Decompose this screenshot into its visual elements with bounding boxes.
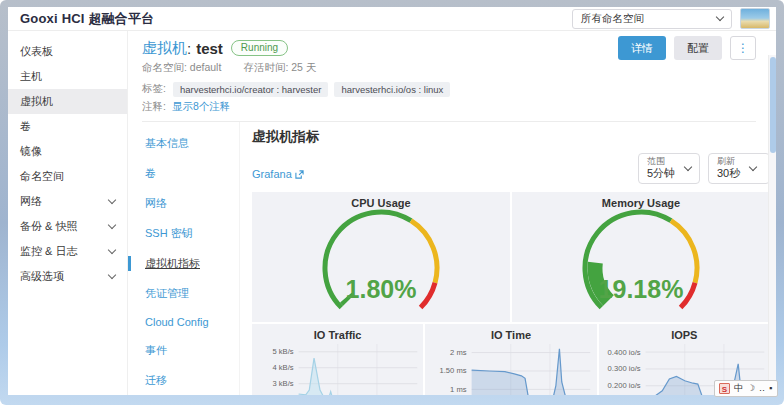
io-time-title: IO Time bbox=[425, 324, 596, 340]
chevron-down-icon bbox=[108, 221, 116, 229]
range-select-value: 5分钟 bbox=[647, 167, 675, 180]
label-chip: harvesterhci.io/os : linux bbox=[334, 82, 450, 97]
svg-text:1.50 ms: 1.50 ms bbox=[440, 367, 467, 376]
sidebar-item-label: 卷 bbox=[20, 119, 31, 134]
subnav-item[interactable]: 迁移 bbox=[128, 373, 239, 388]
labels-label: 标签: bbox=[142, 82, 166, 96]
subnav-item[interactable]: Cloud Config bbox=[128, 316, 239, 328]
subnav-item[interactable]: SSH 密钥 bbox=[128, 226, 239, 241]
sidebar-item[interactable]: 仪表板 bbox=[8, 39, 127, 64]
subnav-item[interactable]: 凭证管理 bbox=[128, 286, 239, 301]
sidebar-item-label: 虚拟机 bbox=[20, 94, 53, 109]
subnav-item[interactable]: 基本信息 bbox=[128, 136, 239, 151]
label-chip: harvesterhci.io/creator : harvester bbox=[173, 82, 329, 97]
sidebar-item-label: 主机 bbox=[20, 69, 42, 84]
svg-text:1.80%: 1.80% bbox=[346, 275, 417, 303]
memory-gauge-title: Memory Usage bbox=[512, 192, 770, 208]
io-time-card: IO Time 2 ms1.50 ms1 ms bbox=[425, 324, 596, 395]
details-button[interactable]: 详情 bbox=[618, 36, 666, 60]
chevron-down-icon bbox=[108, 246, 116, 254]
svg-text:0.400 io/s: 0.400 io/s bbox=[607, 348, 640, 357]
svg-text:0.300 io/s: 0.300 io/s bbox=[607, 364, 640, 373]
io-time-chart: 2 ms1.50 ms1 ms bbox=[425, 340, 596, 395]
ime-icon[interactable]: S bbox=[719, 383, 730, 394]
status-badge: Running bbox=[231, 40, 288, 56]
sidebar-item-label: 网络 bbox=[20, 194, 42, 209]
subnav-item-label: Cloud Config bbox=[145, 316, 209, 328]
subnav-item-label: 虚拟机指标 bbox=[145, 257, 200, 269]
cpu-gauge-title: CPU Usage bbox=[252, 192, 510, 208]
sidebar-item[interactable]: 网络 bbox=[8, 189, 127, 214]
title-colon: : bbox=[187, 40, 191, 57]
namespace-dropdown-value: 所有命名空间 bbox=[581, 12, 644, 26]
metrics-title: 虚拟机指标 bbox=[252, 128, 770, 146]
window-frame: Gooxi HCI 超融合平台 所有命名空间 仪表板 主机 bbox=[0, 0, 784, 405]
app-title: Gooxi HCI 超融合平台 bbox=[20, 10, 154, 28]
cpu-gauge-card: CPU Usage 1.80% bbox=[252, 192, 510, 322]
charts-grid: CPU Usage 1.80% Memory Usage 19.18% bbox=[252, 192, 770, 395]
subnav-item[interactable]: 事件 bbox=[128, 343, 239, 358]
svg-text:19.18%: 19.18% bbox=[599, 275, 684, 303]
svg-text:2 ms: 2 ms bbox=[450, 348, 467, 357]
sidebar-item[interactable]: 高级选项 bbox=[8, 264, 127, 289]
age-meta: 存活时间: 25 天 bbox=[243, 61, 316, 75]
range-select-label: 范围 bbox=[647, 156, 675, 167]
subnav-item-label: 凭证管理 bbox=[145, 287, 189, 299]
config-button[interactable]: 配置 bbox=[674, 36, 722, 60]
svg-text:5 kB/s: 5 kB/s bbox=[272, 347, 293, 356]
range-select[interactable]: 范围 5分钟 bbox=[638, 153, 700, 184]
memory-gauge-chart: 19.18% bbox=[512, 208, 770, 312]
kebab-menu-button[interactable]: ⋮ bbox=[730, 36, 756, 60]
sidebar-item-label: 镜像 bbox=[20, 144, 42, 159]
tag-list: harvesterhci.io/creator : harvesterharve… bbox=[173, 82, 450, 97]
svg-text:0.200 io/s: 0.200 io/s bbox=[607, 381, 640, 390]
subnav-item[interactable]: 卷 bbox=[128, 166, 239, 181]
sidebar-item-label: 监控 & 日志 bbox=[20, 244, 77, 259]
grafana-link-label: Grafana bbox=[252, 168, 292, 180]
sidebar-item[interactable]: 镜像 bbox=[8, 139, 127, 164]
metrics-panel: 虚拟机指标 Grafana bbox=[240, 122, 776, 395]
ime-icon[interactable]: ☽ bbox=[747, 384, 755, 393]
ime-icon[interactable]: 中 bbox=[734, 384, 743, 393]
vertical-scrollbar bbox=[768, 55, 776, 395]
sidebar-item-label: 高级选项 bbox=[20, 269, 64, 284]
subnav-item-label: 迁移 bbox=[145, 374, 167, 386]
subnav-item-label: 事件 bbox=[145, 344, 167, 356]
io-traffic-title: IO Traffic bbox=[252, 324, 423, 340]
sidebar-item[interactable]: 卷 bbox=[8, 114, 127, 139]
resource-type-link[interactable]: 虚拟机 bbox=[142, 39, 187, 58]
sidebar-item[interactable]: 主机 bbox=[8, 64, 127, 89]
chevron-down-icon bbox=[108, 271, 116, 279]
external-link-icon bbox=[295, 170, 304, 179]
sidebar-item-label: 备份 & 快照 bbox=[20, 219, 77, 234]
sidebar-item-label: 仪表板 bbox=[20, 44, 53, 59]
namespace-dropdown[interactable]: 所有命名空间 bbox=[572, 9, 732, 29]
svg-text:4 kB/s: 4 kB/s bbox=[272, 363, 293, 372]
sidebar-item[interactable]: 虚拟机 bbox=[8, 89, 127, 114]
ime-icon[interactable]: ‥ bbox=[759, 384, 765, 393]
sidebar-item[interactable]: 命名空间 bbox=[8, 164, 127, 189]
sidebar-item[interactable]: 监控 & 日志 bbox=[8, 239, 127, 264]
vm-name: test bbox=[196, 40, 223, 57]
user-avatar[interactable] bbox=[740, 8, 770, 29]
chevron-down-icon bbox=[749, 162, 757, 170]
detail-header: 虚拟机 : test Running 详情 配置 ⋮ 命名空间: default… bbox=[128, 31, 776, 122]
sidebar: 仪表板 主机 虚拟机 卷 镜像 命名空间 bbox=[8, 31, 128, 395]
refresh-select[interactable]: 刷新 30秒 bbox=[708, 153, 770, 184]
grafana-link[interactable]: Grafana bbox=[252, 168, 304, 180]
annotations-label: 注释: bbox=[142, 100, 166, 114]
sidebar-item[interactable]: 备份 & 快照 bbox=[8, 214, 127, 239]
ime-icon[interactable]: ▪ bbox=[769, 384, 772, 393]
scrollbar-thumb[interactable] bbox=[770, 57, 776, 153]
refresh-select-label: 刷新 bbox=[717, 156, 740, 167]
sidebar-item-label: 命名空间 bbox=[20, 169, 64, 184]
subnav-item[interactable]: 虚拟机指标 bbox=[128, 256, 239, 271]
iops-title: IOPS bbox=[599, 324, 770, 340]
subnav-item[interactable]: 网络 bbox=[128, 196, 239, 211]
chevron-down-icon bbox=[684, 162, 692, 170]
namespace-meta: 命名空间: default bbox=[142, 61, 221, 75]
ime-toolbar: S中☽‥▪ bbox=[714, 380, 778, 397]
main-content: 虚拟机 : test Running 详情 配置 ⋮ 命名空间: default… bbox=[128, 31, 776, 395]
show-annotations-link[interactable]: 显示8个注释 bbox=[172, 100, 230, 114]
subnav-item-label: SSH 密钥 bbox=[145, 227, 193, 239]
